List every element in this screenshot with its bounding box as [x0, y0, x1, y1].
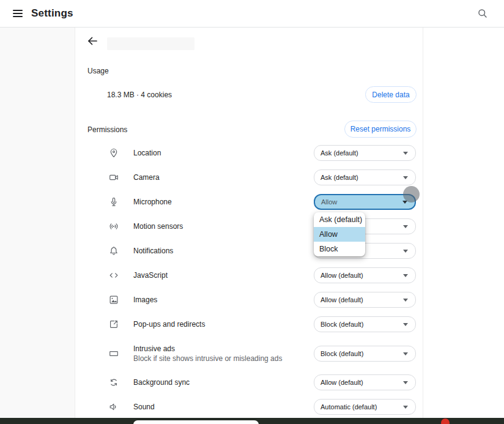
permission-row-notifications: Notifications — [75, 243, 423, 259]
page-title: Settings — [31, 7, 73, 20]
motion-sensors-icon — [108, 221, 119, 232]
dropdown-value: Automatic (default) — [321, 403, 403, 411]
usage-section-label: Usage — [87, 67, 109, 75]
chevron-down-icon — [403, 152, 408, 155]
notifications-icon — [108, 245, 119, 256]
app-header: Settings — [0, 0, 504, 28]
sound-icon — [108, 401, 119, 412]
images-dropdown[interactable]: Allow (default) — [314, 292, 416, 308]
javascript-dropdown[interactable]: Allow (default) — [314, 267, 416, 283]
dropdown-value: Ask (default) — [321, 149, 403, 157]
usage-summary: 18.3 MB · 4 cookies — [107, 91, 172, 99]
location-dropdown[interactable]: Ask (default) — [314, 145, 416, 161]
background-sync-dropdown[interactable]: Allow (default) — [314, 374, 416, 390]
permission-label: Notifications — [133, 246, 173, 256]
permission-row-location: Location Ask (default) — [75, 145, 423, 161]
menu-option-block[interactable]: Block — [314, 242, 365, 256]
chevron-down-icon — [403, 250, 408, 253]
taskbar — [0, 418, 504, 424]
popups-dropdown[interactable]: Block (default) — [314, 316, 416, 332]
intrusive-ads-icon — [108, 348, 119, 359]
menu-option-allow[interactable]: Allow — [314, 227, 365, 242]
menu-icon[interactable] — [13, 10, 23, 17]
permission-row-camera: Camera Ask (default) — [75, 169, 423, 185]
intrusive-ads-dropdown[interactable]: Block (default) — [314, 346, 416, 362]
permission-label: JavaScript — [133, 270, 168, 280]
dropdown-value: Block (default) — [321, 321, 403, 328]
permission-label: Microphone — [133, 197, 172, 207]
dropdown-value: Allow (default) — [321, 296, 403, 303]
dropdown-value: Allow (default) — [321, 272, 403, 279]
permission-row-motion-sensors: Motion sensors — [75, 218, 423, 234]
dropdown-value: Allow — [321, 198, 402, 206]
permission-label: Location — [133, 148, 161, 158]
delete-data-button[interactable]: Delete data — [365, 86, 417, 103]
menu-option-ask-default[interactable]: Ask (default) — [314, 212, 365, 227]
permission-row-images: Images Allow (default) — [75, 292, 423, 308]
permissions-section-label: Permissions — [87, 125, 127, 134]
chevron-down-icon — [403, 225, 408, 228]
reset-permissions-button[interactable]: Reset permissions — [344, 121, 417, 138]
images-icon — [108, 294, 119, 305]
camera-dropdown[interactable]: Ask (default) — [314, 169, 416, 185]
chevron-down-icon — [403, 352, 408, 355]
dropdown-value: Ask (default) — [321, 174, 403, 181]
permission-label: Pop-ups and redirects — [133, 319, 205, 329]
permission-row-background-sync: Background sync Allow (default) — [75, 374, 423, 390]
camera-icon — [108, 172, 119, 183]
permission-row-javascript: JavaScript Allow (default) — [75, 267, 423, 283]
permission-sublabel: Block if site shows intrusive or mislead… — [133, 354, 282, 363]
chevron-down-icon — [403, 323, 408, 326]
popups-icon — [108, 319, 119, 330]
permission-label: Intrusive ads — [133, 344, 282, 354]
chevron-down-icon — [403, 299, 408, 302]
sound-dropdown[interactable]: Automatic (default) — [314, 399, 416, 415]
site-settings-panel: Usage 18.3 MB · 4 cookies Delete data Pe… — [75, 28, 423, 418]
background-sync-icon — [108, 377, 119, 388]
javascript-icon — [108, 270, 119, 281]
permission-label: Images — [133, 295, 157, 305]
dropdown-value: Block (default) — [321, 350, 403, 357]
taskbar-window-pill[interactable] — [133, 420, 259, 424]
taskbar-red-icon[interactable] — [441, 418, 450, 424]
chevron-down-icon — [403, 274, 408, 277]
permission-label: Motion sensors — [133, 221, 183, 231]
chevron-down-icon — [403, 406, 408, 409]
permission-label: Sound — [133, 402, 155, 412]
microphone-icon — [108, 196, 119, 207]
permission-row-microphone: Microphone Allow — [75, 194, 423, 210]
permission-row-popups: Pop-ups and redirects Block (default) — [75, 316, 423, 332]
back-arrow-icon[interactable] — [86, 35, 98, 47]
location-icon — [108, 147, 119, 158]
permission-label: Camera — [133, 173, 160, 182]
chevron-down-icon — [403, 381, 408, 384]
dropdown-value: Allow (default) — [321, 379, 403, 386]
left-gutter — [0, 28, 75, 418]
permission-row-intrusive-ads: Intrusive ads Block if site shows intrus… — [75, 341, 423, 366]
permission-label: Background sync — [133, 378, 190, 387]
chevron-down-icon — [402, 201, 407, 204]
site-name-placeholder — [107, 37, 195, 50]
microphone-dropdown-menu: Ask (default) Allow Block — [314, 212, 365, 256]
chevron-down-icon — [403, 176, 408, 179]
permission-row-sound: Sound Automatic (default) — [75, 399, 423, 415]
microphone-dropdown-open[interactable]: Allow — [314, 194, 416, 210]
search-icon[interactable] — [477, 8, 488, 19]
